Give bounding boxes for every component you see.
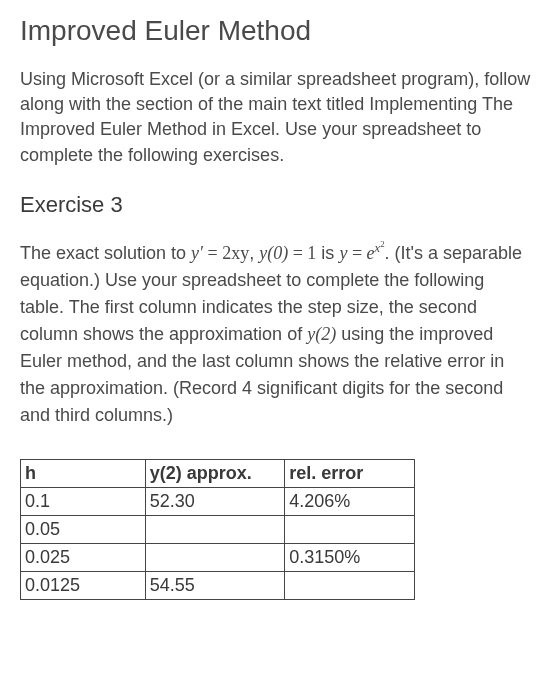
cell-approx [145,515,285,543]
math-ic-rhs: 1 [307,243,316,263]
math-rhs: 2xy [222,243,249,263]
cell-error [285,515,415,543]
cell-approx: 52.30 [145,487,285,515]
math-yprime: y′ [191,243,203,263]
exercise-heading: Exercise 3 [20,192,533,218]
col-header-h: h [21,459,146,487]
math-y2: y(2) [307,324,336,344]
math-ic-lhs: y(0) [259,243,288,263]
cell-approx [145,543,285,571]
math-equals: = [347,243,366,263]
table-row: 0.025 0.3150% [21,543,415,571]
table-row: 0.1 52.30 4.206% [21,487,415,515]
math-sol-exponent: x2 [375,241,385,255]
page-title: Improved Euler Method [20,15,533,47]
col-header-error: rel. error [285,459,415,487]
cell-error [285,571,415,599]
math-equals: = [203,243,222,263]
math-sol-base: e [367,243,375,263]
intro-paragraph: Using Microsoft Excel (or a similar spre… [20,67,533,168]
table-header-row: h y(2) approx. rel. error [21,459,415,487]
col-header-approx: y(2) approx. [145,459,285,487]
math-equals: = [288,243,307,263]
table-row: 0.0125 54.55 [21,571,415,599]
cell-h: 0.1 [21,487,146,515]
table-row: 0.05 [21,515,415,543]
cell-h: 0.025 [21,543,146,571]
text-segment: is [316,243,339,263]
data-table: h y(2) approx. rel. error 0.1 52.30 4.20… [20,459,415,600]
exercise-paragraph: The exact solution to y′ = 2xy, y(0) = 1… [20,238,533,429]
cell-error: 0.3150% [285,543,415,571]
text-segment: The exact solution to [20,243,191,263]
cell-approx: 54.55 [145,571,285,599]
cell-h: 0.0125 [21,571,146,599]
cell-h: 0.05 [21,515,146,543]
text-segment: , [249,243,259,263]
cell-error: 4.206% [285,487,415,515]
